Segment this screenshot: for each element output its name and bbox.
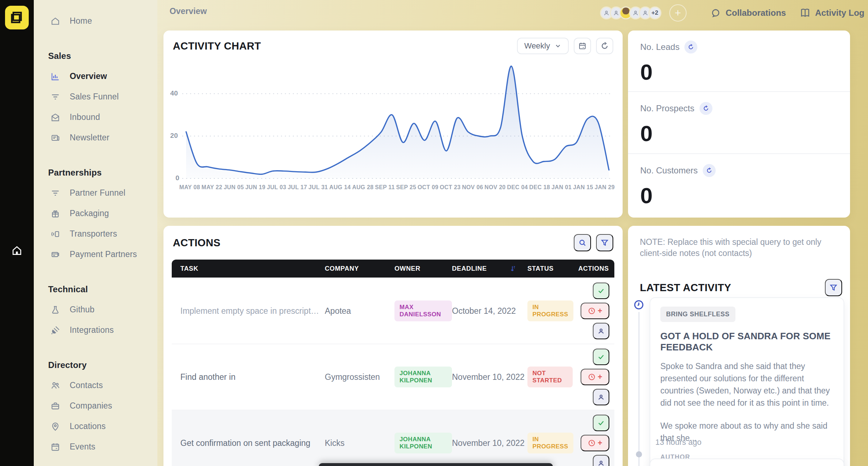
x-tick-label: MAY 08	[179, 184, 200, 191]
refresh-icon	[600, 42, 609, 50]
app-logo[interactable]	[5, 6, 29, 29]
sidebar-item-label: Transporters	[70, 229, 117, 239]
sidebar-item-transporters[interactable]: Transporters	[34, 224, 157, 244]
person-icon	[597, 327, 605, 335]
plug-icon	[50, 325, 60, 335]
newsletter-icon	[50, 133, 60, 143]
home-icon	[50, 16, 60, 26]
refresh-stat-button[interactable]	[684, 41, 697, 53]
x-tick-label: JUL 03	[267, 184, 286, 191]
snooze-task-button[interactable]: +	[581, 369, 609, 385]
add-collaborator-button[interactable]: +	[669, 4, 687, 22]
filter-funnel-icon	[600, 238, 609, 247]
owner-chip[interactable]: JOHANNA KILPONEN	[394, 433, 452, 453]
table-row[interactable]: Get confirmation on sent packagingKicksJ…	[172, 410, 614, 466]
column-header-status[interactable]: STATUS	[527, 265, 573, 272]
cell-actions: +	[573, 410, 614, 466]
breadcrumb: Overview	[170, 6, 207, 16]
status-badge: NOT STARTED	[527, 367, 573, 387]
column-header-owner[interactable]: OWNER	[394, 265, 452, 272]
range-selector-value: Weekly	[524, 41, 550, 51]
status-badge: IN PROGRESS	[527, 300, 573, 321]
sidebar-item-locations[interactable]: Locations	[34, 416, 157, 437]
stat-value: 0	[640, 59, 838, 85]
range-selector-dropdown[interactable]: Weekly	[517, 38, 569, 54]
sidebar-item-github[interactable]: Github	[34, 299, 157, 320]
complete-task-button[interactable]	[593, 349, 609, 365]
filter-tasks-button[interactable]	[596, 234, 613, 251]
sidebar-item-newsletter[interactable]: Newsletter	[34, 127, 157, 148]
table-row[interactable]: Find another inGymgrossistenJOHANNA KILP…	[172, 344, 614, 410]
activity-heading: GOT A HOLD OF SANDRA FOR SOME FEEDBACK	[660, 331, 834, 353]
complete-task-button[interactable]	[593, 283, 609, 299]
activity-chart-card: ACTIVITY CHART Weekly	[163, 31, 623, 218]
people-icon	[50, 381, 60, 391]
sort-desc-icon[interactable]	[508, 265, 516, 272]
table-row[interactable]: Implement empty space in prescription ba…	[172, 278, 614, 344]
sidebar-item-label: Companies	[70, 401, 112, 411]
owner-chip[interactable]: MAX DANIELSSON	[394, 300, 452, 321]
actions-table: TASKCOMPANYOWNERDEADLINESTATUSACTIONSImp…	[172, 260, 614, 466]
inbound-mail-icon	[50, 112, 60, 122]
home-icon[interactable]	[11, 245, 23, 256]
calendar-range-button[interactable]	[574, 38, 591, 54]
y-tick-20: 20	[163, 132, 178, 140]
column-header-deadline[interactable]: DEADLINE	[452, 265, 527, 272]
column-header-actions[interactable]: ACTIONS	[573, 265, 614, 272]
refresh-chart-button[interactable]	[596, 38, 613, 54]
assign-person-button[interactable]	[593, 389, 609, 405]
clock-icon	[632, 298, 645, 311]
column-header-task[interactable]: TASK	[172, 265, 325, 272]
snooze-task-button[interactable]: +	[581, 303, 609, 319]
frames-logo-icon	[10, 10, 24, 25]
stat-label: No. Customers	[640, 166, 698, 176]
sidebar-item-payment-partners[interactable]: Payment Partners	[34, 244, 157, 265]
refresh-stat-button[interactable]	[700, 102, 712, 115]
sidebar: HomeSalesOverviewSales FunnelInboundNews…	[34, 0, 157, 466]
cell-status: IN PROGRESS	[527, 300, 573, 321]
activity-note-item[interactable]: EXTENDA RETAIL	[650, 458, 844, 466]
column-header-company[interactable]: COMPANY	[325, 265, 394, 272]
cell-company: Apotea	[325, 306, 394, 316]
sidebar-item-contacts[interactable]: Contacts	[34, 375, 157, 396]
search-tasks-button[interactable]	[574, 234, 591, 251]
assign-person-button[interactable]	[593, 455, 609, 466]
dev-note: NOTE: Replace this with special query to…	[640, 237, 834, 259]
collaborations-button[interactable]: Collaborations	[710, 8, 786, 18]
avatar-overflow-count[interactable]: +2	[648, 6, 661, 19]
sidebar-item-integrations[interactable]: Integrations	[34, 320, 157, 340]
bottom-overlay-bar[interactable]	[319, 463, 553, 466]
chevron-down-icon	[554, 42, 562, 50]
sidebar-item-packaging[interactable]: Packaging	[34, 203, 157, 224]
actions-card: ACTIONS TASKCOMPANYOWNERDEADLINESTATUSAC…	[163, 226, 623, 466]
activity-chart-title: ACTIVITY CHART	[173, 40, 261, 52]
activity-log-button[interactable]: Activity Log	[800, 8, 864, 18]
complete-task-button[interactable]	[593, 415, 609, 431]
snooze-task-button[interactable]: +	[581, 435, 609, 451]
owner-chip[interactable]: JOHANNA KILPONEN	[394, 367, 452, 387]
x-tick-label: NOV 20	[485, 184, 506, 191]
refresh-stat-button[interactable]	[703, 164, 716, 177]
sidebar-item-sales-funnel[interactable]: Sales Funnel	[34, 87, 157, 107]
sidebar-item-partner-funnel[interactable]: Partner Funnel	[34, 183, 157, 203]
filter-activity-button[interactable]	[825, 279, 842, 296]
x-tick-label: AUG 28	[352, 184, 374, 191]
y-tick-40: 40	[163, 89, 178, 97]
sidebar-item-overview[interactable]: Overview	[34, 66, 157, 87]
person-icon	[632, 9, 639, 17]
check-icon	[597, 353, 605, 361]
sidebar-item-events[interactable]: Events	[34, 437, 157, 457]
sidebar-item-companies[interactable]: Companies	[34, 396, 157, 416]
latest-activity-title: LATEST ACTIVITY	[640, 282, 731, 294]
cell-deadline: November 10, 2022	[452, 372, 527, 382]
sidebar-item-inbound[interactable]: Inbound	[34, 107, 157, 127]
assign-person-button[interactable]	[593, 323, 609, 339]
collaborations-label: Collaborations	[726, 8, 786, 18]
x-tick-label: JUL 17	[288, 184, 307, 191]
cell-task: Get confirmation on sent packaging	[172, 438, 325, 448]
x-tick-label: JAN 01	[551, 184, 572, 191]
x-tick-label: JAN 29	[595, 184, 615, 191]
sidebar-item-home[interactable]: Home	[34, 11, 157, 31]
x-tick-label: SEP 25	[396, 184, 416, 191]
x-tick-label: JUL 31	[309, 184, 328, 191]
